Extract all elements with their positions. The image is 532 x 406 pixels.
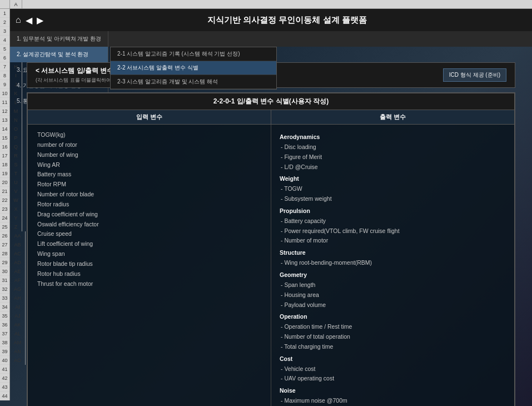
row-num-21: 21 (0, 187, 9, 196)
output-section-title: Cost (280, 354, 506, 364)
row-num-12: 12 (0, 107, 9, 116)
col-headers: ABCDEFGHIJKLMNOPQRSTUVWXYZAAABACADAEAFAG… (0, 0, 532, 9)
menu-tab-1[interactable]: 2. 설계공간탐색 및 분석 환경 (10, 47, 108, 62)
main-area: ⌂ ◀ ▶ 지식기반 의사결정 무인이동체 설계 플랫폼 1. 임무분석 및 아… (10, 9, 532, 400)
output-col: Aerodynamics- Disc loading- Figure of Me… (271, 125, 514, 406)
corner-cell (0, 0, 10, 8)
row-num-32: 32 (0, 285, 9, 294)
output-item: - Wing root-bending-moment(RBM) (280, 258, 506, 268)
output-item: - Payload volume (280, 300, 506, 310)
input-var: Rotor hub radius (36, 269, 262, 279)
row-num-3: 3 (0, 27, 9, 36)
content-panel: < 서브시스템 입/출력 변수 선택 > (각 서브시스템 표를 더블클릭하여 … (27, 62, 515, 389)
row-num-16: 16 (0, 142, 9, 151)
input-header: 입력 변수 (28, 110, 271, 124)
row-num-43: 43 (0, 383, 9, 392)
input-var: TOGW(kg) (36, 130, 262, 140)
row-num-14: 14 (0, 125, 9, 133)
row-num-25: 25 (0, 222, 9, 231)
output-section-title: Structure (280, 248, 506, 258)
output-item: - Span length (280, 280, 506, 290)
output-item: - Maximum noise @700m (280, 396, 506, 406)
row-num-2: 2 (0, 18, 9, 27)
row-num-29: 29 (0, 258, 9, 267)
output-item: - Housing area (280, 290, 506, 300)
output-item: - Power required(VTOL climb, FW cruise f… (280, 226, 506, 236)
output-item: - Battery capacity (280, 216, 506, 226)
dropdown-item-2[interactable]: 2-3 시스템 알고리즘 개발 및 시스템 해석 (111, 75, 276, 89)
back-icon[interactable]: ◀ (26, 15, 32, 26)
input-var: Rotor radius (36, 200, 262, 210)
dropdown-menu: 2-1 시스템 알고리즘 기록 (시스템 해석 기법 선정)2-2 서브시스템 … (110, 47, 277, 90)
row-num-27: 27 (0, 240, 9, 249)
row-num-17: 17 (0, 151, 9, 160)
row-num-18: 18 (0, 160, 9, 169)
row-num-37: 37 (0, 329, 9, 338)
forward-icon[interactable]: ▶ (37, 15, 43, 26)
output-item: - UAV operating cost (280, 374, 506, 384)
menu-tab-0[interactable]: 1. 임무분석 및 아키텍쳐 개발 환경 (10, 31, 108, 47)
output-section-title: Propulsion (280, 206, 506, 216)
icd-button[interactable]: ICD 형식 제공 (준비) (443, 68, 506, 82)
row-num-19: 19 (0, 169, 9, 178)
menu-tabs: 1. 임무분석 및 아키텍쳐 개발 환경2. 설계공간탐색 및 분석 환경3. … (10, 31, 532, 47)
input-var: Thrust for each motor (36, 279, 262, 289)
input-var: Wing span (36, 249, 262, 259)
output-section-title: Noise (280, 386, 506, 396)
row-num-31: 31 (0, 276, 9, 285)
row-num-7: 7 (0, 62, 9, 71)
output-item: - TOGW (280, 184, 506, 194)
input-var: Number of rotor blade (36, 190, 262, 200)
row-num-40: 40 (0, 356, 9, 365)
output-item: - Operation time / Rest time (280, 322, 506, 332)
row-num-28: 28 (0, 249, 9, 258)
input-var: Oswald efficiency factor (36, 220, 262, 230)
output-item: - Subsystem weight (280, 194, 506, 204)
output-section-title: Aerodynamics (280, 132, 506, 142)
table-header-row: 입력 변수 출력 변수 (28, 110, 514, 125)
row-num-36: 36 (0, 320, 9, 329)
input-col: TOGW(kg)number of rotorNumber of wingWin… (28, 125, 271, 406)
output-section-title: Operation (280, 312, 506, 322)
row-num-23: 23 (0, 205, 9, 214)
row-num-6: 6 (0, 53, 9, 62)
app-title: 지식기반 의사결정 무인이동체 설계 플랫폼 (48, 15, 526, 26)
input-var: Lift coefficient of wing (36, 239, 262, 249)
input-var: Rotor RPM (36, 180, 262, 190)
output-item: - Number of total operation (280, 332, 506, 342)
input-var: number of rotor (36, 140, 262, 150)
input-var: Drag coefficient of wing (36, 210, 262, 220)
output-header: 출력 변수 (271, 110, 514, 124)
row-num-44: 44 (0, 392, 9, 400)
row-num-38: 38 (0, 338, 9, 347)
row-num-22: 22 (0, 196, 9, 205)
row-num-35: 35 (0, 311, 9, 320)
row-num-30: 30 (0, 267, 9, 276)
top-nav: ⌂ ◀ ▶ 지식기반 의사결정 무인이동체 설계 플랫폼 (10, 9, 532, 31)
row-num-11: 11 (0, 98, 9, 107)
row-num-34: 34 (0, 303, 9, 311)
row-num-8: 8 (0, 71, 9, 80)
input-var: Rotor blade tip radius (36, 259, 262, 269)
dropdown-item-0[interactable]: 2-1 시스템 알고리즘 기록 (시스템 해석 기법 선정) (111, 47, 276, 61)
output-section-title: Weight (280, 174, 506, 184)
row-num-10: 10 (0, 89, 9, 98)
dropdown-item-1[interactable]: 2-2 서브시스템 알출력 변수 식별 (111, 61, 276, 75)
row-num-5: 5 (0, 44, 9, 53)
output-item: - Disc loading (280, 142, 506, 152)
row-num-13: 13 (0, 116, 9, 125)
main-table: 2-2-0-1 입/출력 변수 식별(사용자 작성) 입력 변수 출력 변수 T… (27, 92, 515, 406)
output-item: - Number of motor (280, 236, 506, 246)
home-icon[interactable]: ⌂ (16, 15, 21, 25)
output-item: - Vehicle cost (280, 364, 506, 374)
row-num-24: 24 (0, 214, 9, 222)
output-item: - Total charging time (280, 342, 506, 352)
row-num-15: 15 (0, 133, 9, 142)
input-var: Battery mass (36, 170, 262, 180)
output-item: - Figure of Merit (280, 152, 506, 162)
row-num-33: 33 (0, 294, 9, 303)
output-section-title: Geometry (280, 270, 506, 280)
row-num-4: 4 (0, 36, 9, 44)
output-item: - L/D @Cruise (280, 162, 506, 172)
table-body: TOGW(kg)number of rotorNumber of wingWin… (28, 125, 514, 406)
